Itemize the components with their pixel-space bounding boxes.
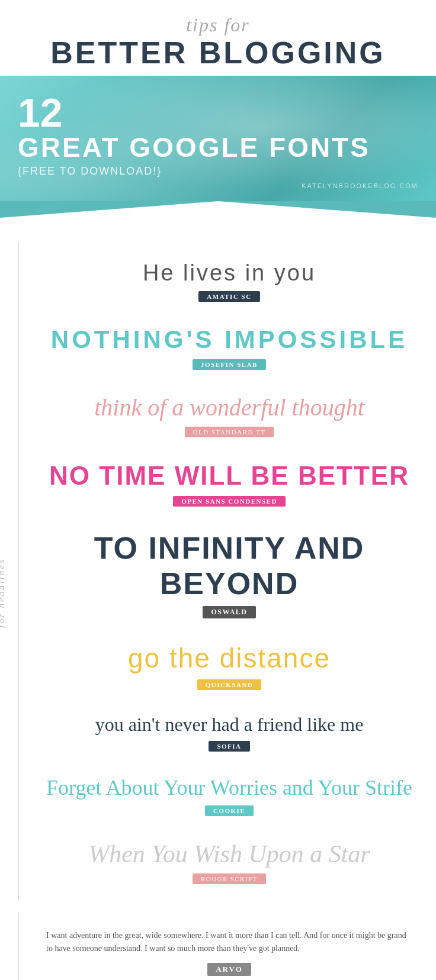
opensans-badge: OPEN SANS CONDENSED — [173, 496, 286, 507]
sofia-display: you ain't never had a friend like me — [40, 714, 418, 736]
cookie-display: Forget About Your Worries and Your Strif… — [40, 775, 418, 800]
rouge-display: When You Wish Upon a Star — [40, 840, 418, 868]
sofia-badge: sofia — [209, 741, 249, 752]
paragraphs-section: for paragraphs I want adventure in the g… — [0, 913, 436, 980]
main-content: for headlines He lives in you AMATIC SC … — [0, 201, 436, 980]
opensans-display: NO TIME wILL BE BETTER — [40, 461, 418, 491]
oldstandard-display: think of a wonderful thought — [40, 394, 418, 421]
side-col-paragraphs: for paragraphs — [0, 913, 23, 980]
arvo-badge: arvo — [207, 963, 251, 976]
oldstandard-badge: old standard tt — [185, 427, 274, 437]
quicksand-badge: quicksand — [197, 679, 262, 690]
headlines-content: He lives in you AMATIC SC NOTHING'S IMPO… — [23, 241, 436, 901]
rouge-badge: Rouge Script — [193, 873, 266, 884]
header-tips: tips for — [12, 14, 424, 36]
font-entry-sofia: you ain't never had a friend like me sof… — [23, 701, 436, 762]
font-entry-quicksand: go the distance quicksand — [23, 629, 436, 701]
headlines-section: for headlines He lives in you AMATIC SC … — [0, 241, 436, 901]
banner-title: GREAT GOOGLE FONTS — [18, 133, 418, 163]
para-entry-arvo: I want adventure in the great, wide some… — [23, 918, 436, 980]
font-entry-rouge: When You Wish Upon a Star Rouge Script — [23, 827, 436, 895]
josefin-badge: JOSEFIN SLAB — [193, 359, 266, 370]
banner-subtitle: {FREE TO DOWNLOAD!} — [18, 165, 418, 178]
side-col-headlines: for headlines — [0, 241, 23, 901]
paragraphs-content: I want adventure in the great, wide some… — [23, 913, 436, 980]
quicksand-display: go the distance — [40, 642, 418, 674]
font-entry-oswald: TO INFINITY AND BEYOND OSWALD — [23, 517, 436, 629]
headlines-side-line — [18, 241, 19, 901]
banner: 12 GREAT GOOGLE FONTS {FREE TO DOWNLOAD!… — [0, 76, 436, 201]
arvo-text: I want adventure in the great, wide some… — [46, 929, 412, 956]
font-entry-opensans: NO TIME wILL BE BETTER OPEN SANS CONDENS… — [23, 448, 436, 517]
amatic-badge: AMATIC SC — [198, 291, 259, 302]
font-entry-cookie: Forget About Your Worries and Your Strif… — [23, 762, 436, 827]
banner-arrow — [0, 201, 436, 218]
josefin-display: NOTHING'S IMPOSSIBLE — [40, 325, 418, 354]
amatic-display: He lives in you — [40, 260, 418, 286]
cookie-badge: Cookie — [205, 805, 254, 816]
font-entry-josefin: NOTHING'S IMPOSSIBLE JOSEFIN SLAB — [23, 312, 436, 381]
header: tips for BETTER BLOGGING 12 GREAT GOOGLE… — [0, 0, 436, 201]
paragraphs-side-line — [18, 913, 19, 980]
oswald-display: TO INFINITY AND BEYOND — [40, 530, 418, 601]
banner-number: 12 — [18, 92, 418, 133]
header-title: BETTER BLOGGING — [12, 36, 424, 70]
oswald-badge: OSWALD — [203, 606, 255, 618]
headlines-label: for headlines — [0, 558, 7, 628]
banner-credit: KATELYNBROOKEBLOG.COM — [18, 182, 418, 189]
font-entry-oldstandard: think of a wonderful thought old standar… — [23, 381, 436, 448]
font-entry-amatic: He lives in you AMATIC SC — [23, 247, 436, 312]
